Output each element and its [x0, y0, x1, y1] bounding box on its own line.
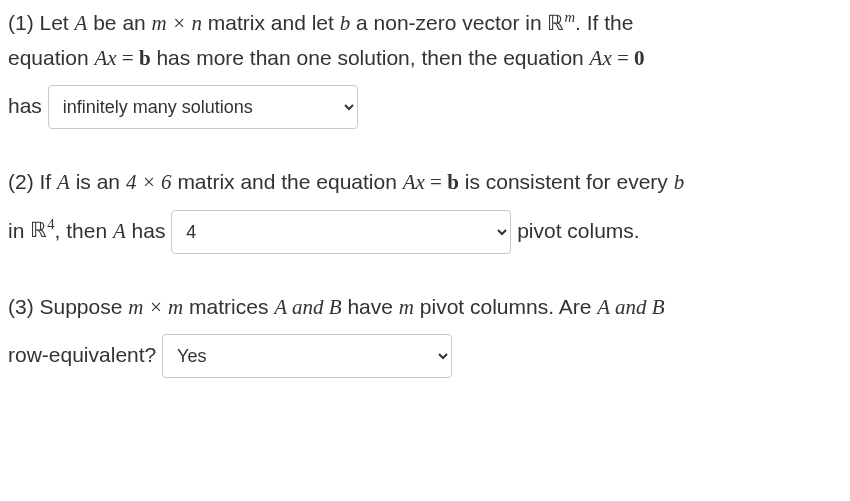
math-mxn: m × n — [152, 11, 202, 35]
text: be an — [87, 11, 151, 34]
math-R4: ℝ4 — [30, 218, 54, 242]
text: is an — [70, 170, 126, 193]
q2-line2: in ℝ4, then A has 4 pivot colums. — [8, 210, 842, 254]
text: have — [342, 295, 399, 318]
q2-select[interactable]: 4 — [171, 210, 511, 254]
text: . If the — [575, 11, 633, 34]
math-b: b — [674, 170, 685, 194]
text: , then — [55, 218, 113, 241]
text: (2) If — [8, 170, 57, 193]
bb-R: ℝ — [30, 218, 47, 242]
question-page: (1) Let A be an m × n matrix and let b a… — [0, 0, 850, 384]
text: matrices — [183, 295, 274, 318]
math-Axb: Ax = b — [403, 170, 459, 194]
Ax: Ax — [94, 46, 116, 70]
math-b: b — [340, 11, 351, 35]
text-has: has — [8, 94, 48, 117]
math-A: A — [75, 11, 88, 35]
text: pivot columns. Are — [414, 295, 597, 318]
math-m: m — [399, 295, 414, 319]
bb-R: ℝ — [547, 11, 564, 35]
text-and: and — [610, 295, 652, 319]
math-B: B — [652, 295, 665, 319]
text: is consistent for every — [459, 170, 674, 193]
b: b — [139, 46, 151, 70]
math-mxm: m × m — [128, 295, 183, 319]
text: (3) Suppose — [8, 295, 128, 318]
q1-select[interactable]: infinitely many solutions — [48, 85, 358, 129]
zero: 0 — [634, 46, 645, 70]
text-pivot: pivot colums. — [517, 218, 640, 241]
eq: = — [425, 170, 447, 194]
math-Ax: Ax = b — [94, 46, 150, 70]
text: matrix and let — [202, 11, 340, 34]
eq: = — [612, 46, 634, 70]
question-2: (2) If A is an 4 × 6 matrix and the equa… — [8, 165, 842, 254]
q3-line1: (3) Suppose m × m matrices A and B have … — [8, 290, 842, 325]
math-A: A — [57, 170, 70, 194]
text: (1) Let — [8, 11, 75, 34]
q1-line1: (1) Let A be an m × n matrix and let b a… — [8, 6, 842, 41]
question-3: (3) Suppose m × m matrices A and B have … — [8, 290, 842, 379]
text: has — [126, 218, 172, 241]
sup-m: m — [564, 9, 575, 25]
text: equation — [8, 46, 94, 69]
question-1: (1) Let A be an m × n matrix and let b a… — [8, 6, 842, 129]
q3-select[interactable]: Yes — [162, 334, 452, 378]
q2-line1: (2) If A is an 4 × 6 matrix and the equa… — [8, 165, 842, 200]
text: a non-zero vector in — [350, 11, 547, 34]
q1-line3: has infinitely many solutions — [8, 85, 842, 129]
text: has more than one solution, then the equ… — [151, 46, 590, 69]
math-A: A — [113, 218, 126, 242]
math-A: A — [597, 295, 609, 319]
text: in — [8, 218, 30, 241]
Ax: Ax — [403, 170, 425, 194]
math-Rm: ℝm — [547, 11, 575, 35]
text-and: and — [287, 295, 329, 319]
b: b — [447, 170, 459, 194]
math-B: B — [329, 295, 342, 319]
eq: = — [117, 46, 139, 70]
text: matrix and the equation — [172, 170, 403, 193]
sup-4: 4 — [47, 216, 54, 232]
math-4x6: 4 × 6 — [126, 170, 172, 194]
Ax: Ax — [590, 46, 612, 70]
text-roweq: row-equivalent? — [8, 343, 162, 366]
math-Ax0: Ax = 0 — [590, 46, 645, 70]
q3-line2: row-equivalent? Yes — [8, 334, 842, 378]
q1-line2: equation Ax = b has more than one soluti… — [8, 41, 842, 76]
math-A: A — [274, 295, 286, 319]
